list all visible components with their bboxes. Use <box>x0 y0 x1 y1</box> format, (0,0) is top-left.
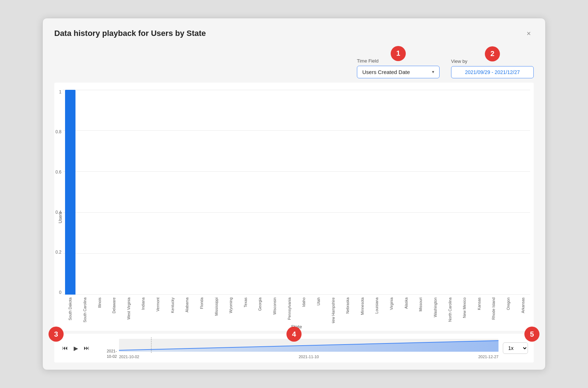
x-label-text: Virginia <box>389 297 394 310</box>
x-label-item: Delaware <box>107 296 121 323</box>
bar-item <box>224 90 238 295</box>
y-tick: 1 <box>59 90 61 94</box>
x-label-text: South Carolina <box>83 297 87 322</box>
x-label-item: Texas <box>238 296 253 323</box>
x-label-item: Rhode Island <box>486 296 501 323</box>
x-label-text: Utah <box>316 297 321 305</box>
bar-item <box>267 90 282 295</box>
x-label-item: Utah <box>311 296 326 323</box>
x-label-text: Minnesota <box>360 297 364 315</box>
timeline-date-end: 2021-12-27 <box>478 355 499 359</box>
x-label-item: New Mexico <box>457 296 472 323</box>
timeline-track-area: 2021-10-02 2021-11-10 2021-12-27 <box>119 337 499 359</box>
x-label-item: Alabama <box>180 296 194 323</box>
x-label-item: Arkansas <box>515 296 530 323</box>
x-label-text: Missouri <box>418 297 423 311</box>
y-tick: 0 <box>59 290 61 295</box>
timeline-date-start: 2021-10-02 <box>119 355 139 359</box>
x-label-item: West Virginia <box>121 296 136 323</box>
bar-item <box>472 90 487 295</box>
speed-dropdown[interactable]: 1x 2x 4x 0.5x <box>503 342 528 354</box>
x-label-item: Oregon <box>501 296 516 323</box>
x-label-item: Kansas <box>472 296 487 323</box>
bar-item <box>92 90 107 295</box>
time-field-dropdown[interactable]: Users Created Date ▾ <box>357 66 440 78</box>
timeline-svg[interactable] <box>119 337 499 353</box>
x-label-text: Wyoming <box>229 297 233 313</box>
x-label-item: Kentucky <box>165 296 180 323</box>
x-label-text: Washington <box>433 297 437 317</box>
fast-forward-button[interactable]: ⏭ <box>82 344 92 352</box>
bar-item <box>384 90 399 295</box>
play-button[interactable]: ▶ <box>72 344 80 352</box>
x-label-text: Oregon <box>506 297 510 310</box>
x-label-item: Nebraska <box>340 296 355 323</box>
bar-item <box>151 90 165 295</box>
bar-item <box>107 90 121 295</box>
bar-item <box>340 90 355 295</box>
x-label-text: Indiana <box>141 297 145 310</box>
bar-item <box>442 90 457 295</box>
bar[interactable] <box>65 90 75 295</box>
bars-and-grid: 1 0.8 0.6 0.4 0.2 0 <box>63 90 530 295</box>
chevron-down-icon: ▾ <box>432 69 434 74</box>
bar-item <box>238 90 253 295</box>
bar-item <box>413 90 428 295</box>
rewind-start-button[interactable]: ⏮ <box>60 344 70 352</box>
bar-item <box>63 90 78 295</box>
x-label-item: South Dakota <box>63 296 78 323</box>
timeline-current-date: 2021- 10-02 <box>107 348 117 359</box>
timeline-dates: 2021-10-02 2021-11-10 2021-12-27 <box>119 355 499 359</box>
bar-item <box>165 90 180 295</box>
bar-item <box>78 90 92 295</box>
play-controls: ⏮ ▶ ⏭ <box>60 344 103 352</box>
bar-item <box>253 90 267 295</box>
bar-item <box>369 90 384 295</box>
y-tick: 0.6 <box>55 170 61 174</box>
x-label-text: Arkansas <box>521 297 525 313</box>
view-by-group: View by 2021/09/29 - 2021/12/27 <box>451 59 534 78</box>
x-label-text: Alaska <box>404 297 408 309</box>
x-label-item: Illinois <box>92 296 107 323</box>
modal-header: Data history playback for Users by State… <box>54 28 534 39</box>
x-label-text: Louisiana <box>375 297 379 314</box>
badge-3: 3 <box>49 327 64 342</box>
x-label-item: Georgia <box>253 296 267 323</box>
x-label-text: Rhode Island <box>491 297 496 320</box>
y-tick: 0.4 <box>55 210 61 214</box>
bar-item <box>121 90 136 295</box>
x-label-text: Mississippi <box>214 297 219 316</box>
x-label-text: Idaho <box>302 297 306 307</box>
y-tick: 0.2 <box>55 250 61 254</box>
badge-2: 2 <box>485 46 500 61</box>
x-label-text: New Hampshire <box>331 297 335 323</box>
chart-inner: Users 1 0.8 <box>58 90 530 331</box>
bar-item <box>297 90 311 295</box>
x-label-text: Illinois <box>97 297 102 308</box>
x-label-text: Alabama <box>185 297 189 312</box>
x-label-text: Vermont <box>156 297 160 311</box>
bar-item <box>399 90 413 295</box>
bar-item <box>515 90 530 295</box>
x-label-item: Washington <box>428 296 443 323</box>
chart-area: Users 1 0.8 <box>54 83 534 331</box>
bar-item <box>194 90 209 295</box>
x-label-item: North Carolina <box>442 296 457 323</box>
bar-item <box>501 90 516 295</box>
x-label-text: Kansas <box>477 297 481 310</box>
x-label-item: Vermont <box>151 296 165 323</box>
x-label-text: West Virginia <box>127 297 131 319</box>
x-label-text: Florida <box>199 297 204 309</box>
bar-item <box>326 90 340 295</box>
close-button[interactable]: × <box>524 28 534 38</box>
x-label-item: Alaska <box>399 296 413 323</box>
timeline-date-mid: 2021-11-10 <box>299 355 319 359</box>
bar-item <box>209 90 224 295</box>
x-label-item: Indiana <box>136 296 151 323</box>
x-label-text: Texas <box>243 297 248 307</box>
x-label-text: Nebraska <box>345 297 350 314</box>
date-range-button[interactable]: 2021/09/29 - 2021/12/27 <box>451 66 534 78</box>
y-axis-ticks: 1 0.8 0.6 0.4 0.2 0 <box>49 90 61 295</box>
timeline-container: 2021- 10-02 <box>107 337 499 359</box>
badge-1: 1 <box>391 46 406 61</box>
